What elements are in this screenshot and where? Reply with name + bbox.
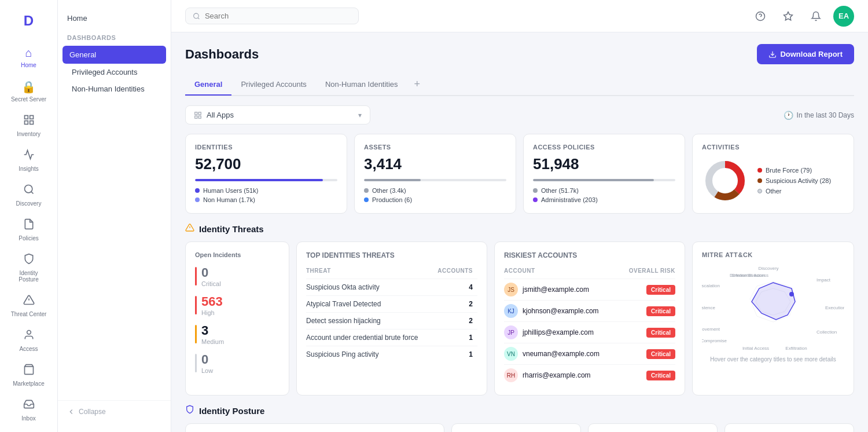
open-incidents-title: Open Incidents <box>195 251 279 258</box>
svg-rect-17 <box>195 112 197 114</box>
sidebar-item-discovery[interactable]: Discovery <box>5 179 53 211</box>
svg-point-4 <box>24 185 32 193</box>
account-cell: RH rharris@example.com <box>504 365 619 386</box>
high-label: High <box>201 309 223 316</box>
threat-cell: Detect session hijacking <box>306 313 434 330</box>
threats-section-title: Identity Threats <box>199 224 264 234</box>
sidebar-item-access[interactable]: Access <box>5 324 53 357</box>
account-email: vneuman@example.com <box>523 350 599 358</box>
mitre-title: MITRE ATT&CK <box>702 251 844 258</box>
tab-non-human-identities[interactable]: Non-Human Identities <box>316 74 407 96</box>
legend-item: Non Human (1.7k) <box>195 196 337 203</box>
svg-rect-18 <box>198 112 201 114</box>
mitre-chart: Discovery Impact Execution Collection Ex… <box>702 264 844 354</box>
accounts-cell: 1 <box>434 346 477 363</box>
top-threats-title: Top Identities Threats <box>306 251 477 259</box>
add-tab-button[interactable]: + <box>407 74 428 95</box>
avatar[interactable]: EA <box>833 6 854 27</box>
legend-dot <box>533 197 538 202</box>
legend-dot <box>195 197 200 202</box>
posture-row: Apps at Risk APP POSTURE SCORE Privilege… <box>185 423 854 432</box>
lock-icon: 🔒 <box>21 80 36 94</box>
search-box[interactable] <box>185 8 359 24</box>
time-filter-label: In the last 30 Days <box>797 111 854 119</box>
legend-dot <box>533 188 538 193</box>
legend-item: Human Users (51k) <box>195 187 337 194</box>
content-area: Dashboards Download Report General Privi… <box>171 32 868 432</box>
table-row: Account under credential brute force 1 <box>306 330 477 346</box>
favorites-button[interactable] <box>778 6 799 27</box>
apps-dropdown[interactable]: All Apps ▾ <box>185 105 370 125</box>
download-icon <box>768 50 777 58</box>
status-badge: Critical <box>646 328 675 338</box>
threats-row: Open Incidents 0 Critical <box>185 241 854 396</box>
account-cell: JP jphillips@example.com <box>504 322 619 343</box>
threat-icon <box>23 294 35 309</box>
sidebar-item-home[interactable]: ⌂ Home <box>5 42 53 73</box>
svg-rect-2 <box>24 121 28 125</box>
svg-marker-40 <box>752 283 795 320</box>
sidebar-item-inventory[interactable]: Inventory <box>5 109 53 142</box>
legend-item: Suspicious Activity (28) <box>757 177 831 184</box>
posture-section-title: Identity Posture <box>199 406 264 416</box>
sidebar-item-insights[interactable]: Insights <box>5 144 53 177</box>
nav-item-privileged-accounts[interactable]: Privileged Accounts <box>58 64 171 80</box>
help-icon <box>755 11 766 21</box>
help-button[interactable] <box>750 6 771 27</box>
discovery-icon <box>23 184 35 198</box>
nav-item-general[interactable]: General <box>62 46 166 64</box>
svg-point-41 <box>789 292 794 296</box>
threat-col-header: THREAT <box>306 265 434 279</box>
legend-item: Production (6) <box>364 196 506 203</box>
sidebar-item-marketplace[interactable]: Marketplace <box>5 359 53 391</box>
collapse-sidebar-button[interactable]: Collapse <box>58 400 171 423</box>
risk-cell: Critical <box>619 279 675 301</box>
search-input[interactable] <box>205 12 351 20</box>
svg-text:Credential Access: Credential Access <box>731 273 768 278</box>
apps-dropdown-value: All Apps <box>207 111 234 119</box>
incident-high: 563 High <box>195 294 279 316</box>
accounts-cell: 1 <box>434 330 477 346</box>
svg-rect-20 <box>198 116 201 118</box>
icon-sidebar: D ⌂ Home 🔒 Secret Server Inventory Insig… <box>0 0 58 432</box>
mitre-hint: Hover over the category titles to see mo… <box>702 356 844 363</box>
activities-donut-chart <box>702 158 748 204</box>
nav-home[interactable]: Home <box>58 9 171 27</box>
sidebar-item-policies[interactable]: Policies <box>5 214 53 246</box>
legend-dot <box>757 178 762 183</box>
nav-item-non-human-identities[interactable]: Non-Human Identities <box>58 80 171 97</box>
table-row: Suspicious Okta activity 4 <box>306 279 477 296</box>
assets-card: Assets 3,414 Other (3.4k) Production (6) <box>354 134 516 214</box>
notifications-button[interactable] <box>806 6 826 27</box>
assets-title: Assets <box>364 144 506 151</box>
threats-table: THREAT ACCOUNTS Suspicious Okta activity… <box>306 265 477 363</box>
access-policies-title: Access Policies <box>533 144 675 151</box>
tabs-bar: General Privileged Accounts Non-Human Id… <box>185 74 854 96</box>
legend-dot <box>757 168 762 173</box>
svg-text:Persistence: Persistence <box>702 305 716 310</box>
threat-cell: Suspicious Ping activity <box>306 346 434 363</box>
sidebar-item-threat-center[interactable]: Threat Center <box>5 290 53 322</box>
legend-item: Other (51.7k) <box>533 187 675 194</box>
access-policies-progress <box>533 179 675 181</box>
threat-cell: Atypical Travel Detected <box>306 296 434 313</box>
sidebar-item-secret-server[interactable]: 🔒 Secret Server <box>5 75 53 107</box>
tab-general[interactable]: General <box>185 74 231 96</box>
medium-label: Medium <box>201 338 224 345</box>
table-row: RH rharris@example.com Critical <box>504 365 675 386</box>
download-report-button[interactable]: Download Report <box>757 44 854 64</box>
sidebar-item-settings[interactable]: Settings <box>5 429 53 432</box>
nav-section-title: Dashboards <box>58 32 171 46</box>
access-policies-legend: Other (51.7k) Administrative (203) <box>533 187 675 203</box>
tab-privileged-accounts[interactable]: Privileged Accounts <box>231 74 315 96</box>
app-logo: D <box>18 7 39 35</box>
identities-value: 52,700 <box>195 155 337 173</box>
svg-text:Initial Access: Initial Access <box>742 346 769 351</box>
star-icon <box>783 11 793 21</box>
risk-table: ACCOUNT OVERALL RISK JS jsmith@example.c… <box>504 265 675 386</box>
sidebar-item-identity-posture[interactable]: Identity Posture <box>5 248 53 287</box>
accounts-col-header: ACCOUNTS <box>434 265 477 279</box>
sidebar-item-inbox[interactable]: Inbox <box>5 394 53 426</box>
search-icon <box>193 12 200 20</box>
risk-col-header: OVERALL RISK <box>619 265 675 279</box>
